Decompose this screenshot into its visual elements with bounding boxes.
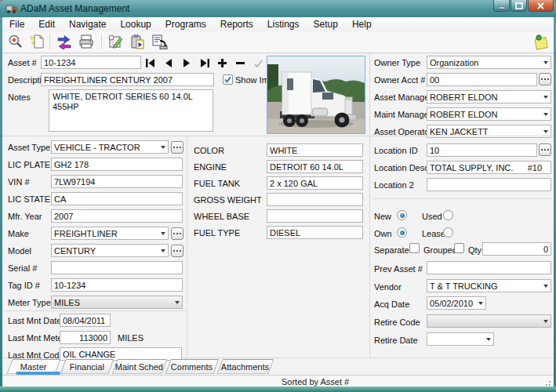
gross-weight-label: GROSS WEIGHT: [194, 195, 262, 205]
notes-button[interactable]: [530, 32, 551, 51]
location-desc-label: Location Desc.: [374, 163, 431, 172]
record-commit-button[interactable]: [253, 57, 264, 68]
new-radio[interactable]: [397, 210, 407, 220]
tag-id-field[interactable]: [51, 278, 183, 292]
wheel-base-field[interactable]: [267, 209, 363, 223]
owner-acct-field[interactable]: [427, 73, 537, 86]
new-record-button[interactable]: [27, 32, 47, 51]
grouped-checkbox[interactable]: [454, 243, 464, 253]
show-img-checkbox[interactable]: [223, 74, 233, 85]
owner-acct-lookup-button[interactable]: [539, 73, 551, 85]
close-button[interactable]: [528, 0, 554, 12]
record-first-button[interactable]: [144, 57, 156, 68]
used-radio[interactable]: [443, 210, 453, 220]
wheel-base-label: WHEEL BASE: [194, 212, 249, 221]
tab-comments[interactable]: Comments: [165, 359, 220, 374]
chevron-down-icon[interactable]: [172, 296, 182, 308]
resize-grip[interactable]: [544, 379, 551, 386]
asset-manager-combo[interactable]: ROBERT ELDON: [427, 90, 551, 103]
lease-radio[interactable]: [443, 227, 453, 238]
menu-navigate[interactable]: Navigate: [62, 19, 113, 30]
menu-help[interactable]: Help: [345, 19, 379, 30]
chevron-down-icon[interactable]: [540, 91, 551, 103]
title-bar[interactable]: ADaM Asset Management: [0, 0, 556, 17]
menu-listings[interactable]: Listings: [260, 19, 307, 30]
record-add-button[interactable]: [216, 57, 228, 68]
engine-label: ENGINE: [194, 162, 227, 172]
chevron-down-icon[interactable]: [540, 315, 551, 327]
make-lookup-button[interactable]: [171, 227, 184, 240]
tab-maint-sched[interactable]: Maint Sched: [112, 359, 168, 374]
chevron-down-icon[interactable]: [475, 297, 485, 309]
record-last-button[interactable]: [198, 57, 210, 68]
fuel-type-field[interactable]: [267, 226, 363, 239]
zoom-button[interactable]: [5, 32, 26, 51]
transfer-button[interactable]: [54, 32, 74, 51]
lease-radio-label: Lease: [422, 229, 445, 238]
asset-type-lookup-button[interactable]: [171, 141, 184, 154]
schedule-icon: [107, 34, 123, 49]
lic-plate-field[interactable]: [51, 158, 183, 171]
qty-field[interactable]: [482, 242, 551, 256]
asset-number-field[interactable]: [41, 56, 141, 69]
paste-button[interactable]: [127, 32, 147, 51]
asset-type-combo[interactable]: VEHICLE - TRACTOR: [51, 140, 169, 154]
check-icon: [223, 75, 232, 84]
mfr-year-field[interactable]: [51, 209, 183, 223]
model-lookup-button[interactable]: [171, 245, 184, 257]
schedule-button[interactable]: [105, 32, 125, 51]
fuel-tank-field[interactable]: [267, 176, 363, 190]
chevron-down-icon[interactable]: [483, 333, 493, 345]
fuel-type-label: FUEL TYPE: [194, 228, 240, 238]
location-id-field[interactable]: [427, 143, 537, 157]
menu-programs[interactable]: Programs: [158, 19, 213, 30]
minimize-button[interactable]: [493, 0, 510, 12]
gross-weight-field[interactable]: [267, 193, 363, 206]
own-radio[interactable]: [397, 227, 407, 238]
record-delete-button[interactable]: [234, 57, 246, 68]
model-combo[interactable]: CENTURY: [51, 244, 169, 257]
maximize-button[interactable]: [511, 0, 527, 12]
print-button[interactable]: [76, 32, 96, 51]
description-field[interactable]: [41, 73, 214, 86]
record-next-button[interactable]: [180, 57, 192, 68]
chevron-down-icon[interactable]: [158, 141, 168, 153]
last-mnt-meter-field[interactable]: [60, 331, 111, 344]
maint-manager-combo[interactable]: ROBERT ELDON: [427, 107, 551, 121]
menu-setup[interactable]: Setup: [307, 19, 345, 30]
retire-date-picker[interactable]: [427, 332, 494, 346]
export-button[interactable]: [149, 32, 169, 51]
meter-type-combo[interactable]: MILES: [51, 296, 183, 309]
menu-reports[interactable]: Reports: [213, 19, 260, 30]
menu-file[interactable]: File: [2, 19, 31, 30]
notes-field[interactable]: WHITE, DETROIT SERIES 60 14.0L 455HP: [49, 89, 213, 132]
location-desc-field[interactable]: [427, 161, 551, 174]
prev-asset-field[interactable]: [427, 261, 551, 274]
serial-field[interactable]: [51, 261, 183, 274]
menu-lookup[interactable]: Lookup: [113, 19, 158, 30]
chevron-down-icon[interactable]: [158, 227, 168, 239]
lic-state-field[interactable]: [51, 192, 183, 205]
engine-field[interactable]: [267, 160, 363, 173]
owner-type-combo[interactable]: Organization: [427, 56, 551, 69]
tab-attachments[interactable]: Attachments: [217, 359, 274, 374]
last-mnt-date-field[interactable]: [60, 314, 111, 327]
chevron-down-icon[interactable]: [540, 56, 551, 68]
vendor-combo[interactable]: T & T TRUCKING: [427, 279, 551, 292]
maximize-icon: [515, 2, 523, 9]
acq-date-picker[interactable]: 05/02/2010: [427, 296, 486, 310]
retire-code-combo[interactable]: [427, 314, 551, 328]
color-field[interactable]: [267, 143, 363, 157]
chevron-down-icon[interactable]: [540, 280, 551, 292]
location-lookup-button[interactable]: [539, 143, 551, 156]
vin-field[interactable]: [51, 175, 183, 188]
window-border-bottom: [0, 387, 556, 392]
make-combo[interactable]: FREIGHTLINER: [51, 227, 169, 240]
location-2-field[interactable]: [427, 178, 551, 191]
tab-financial[interactable]: Financial: [60, 359, 114, 374]
separated-checkbox[interactable]: [409, 243, 420, 253]
menu-edit[interactable]: Edit: [31, 19, 62, 30]
chevron-down-icon[interactable]: [158, 245, 168, 256]
chevron-down-icon[interactable]: [540, 108, 551, 120]
record-previous-button[interactable]: [162, 57, 174, 68]
